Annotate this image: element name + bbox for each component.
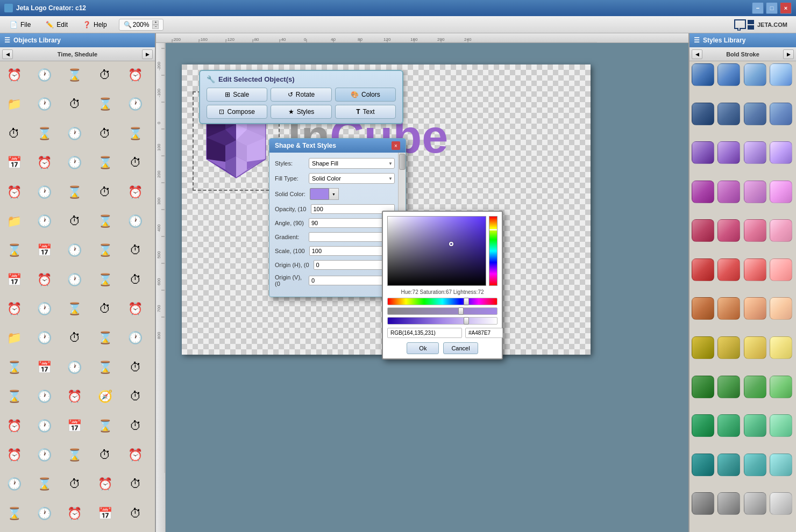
style-11[interactable] (744, 141, 766, 164)
icon-hourglass19[interactable]: ⌛ (2, 502, 26, 526)
style-39[interactable] (744, 414, 766, 437)
objects-nav-prev[interactable]: ◀ (2, 49, 13, 59)
style-30[interactable] (717, 336, 740, 359)
icon-hourglass2[interactable]: ⌛ (93, 92, 117, 116)
style-38[interactable] (717, 414, 740, 437)
icon-clock15[interactable]: ⏰ (32, 268, 56, 292)
style-14[interactable] (717, 181, 740, 203)
menu-help[interactable]: ❓ Help (75, 19, 115, 31)
icon-hourglass11[interactable]: ⌛ (63, 297, 87, 321)
icon-hourglass8[interactable]: ⌛ (2, 239, 26, 262)
style-2[interactable] (717, 63, 740, 86)
color-cancel-btn[interactable]: Cancel (443, 342, 478, 354)
icon-timer1[interactable]: ⏱ (93, 63, 117, 87)
icon-clock32[interactable]: 🕐 (32, 502, 56, 526)
menu-file[interactable]: 📄 File (2, 19, 38, 31)
style-4[interactable] (770, 63, 792, 86)
hex-input[interactable] (465, 328, 503, 338)
icon-clock25[interactable]: ⏰ (2, 414, 26, 438)
style-45[interactable] (692, 492, 714, 515)
icon-clock4[interactable]: 🕐 (32, 92, 56, 116)
icon-hourglass12[interactable]: ⌛ (93, 326, 117, 350)
icon-clock20[interactable]: 🕐 (32, 326, 56, 350)
styles-button[interactable]: ★ Styles (271, 105, 331, 119)
minimize-btn[interactable]: − (752, 2, 764, 14)
icon-folder2[interactable]: 📁 (2, 210, 26, 233)
icon-timer11[interactable]: ⏱ (63, 326, 87, 350)
style-10[interactable] (717, 141, 740, 164)
icon-clock21[interactable]: 🕐 (124, 326, 147, 350)
style-26[interactable] (717, 297, 740, 320)
style-23[interactable] (744, 258, 766, 281)
icon-clock24[interactable]: ⏰ (63, 385, 87, 408)
icon-hourglass14[interactable]: ⌛ (93, 356, 117, 379)
style-24[interactable] (770, 258, 792, 281)
icon-clock22[interactable]: 🕐 (63, 356, 87, 379)
icon-clock10[interactable]: 🕐 (32, 181, 56, 204)
color-swatch[interactable] (310, 188, 329, 200)
icon-clock16[interactable]: 🕐 (63, 268, 87, 292)
icon-clock30[interactable]: 🕐 (2, 472, 26, 496)
maximize-btn[interactable]: □ (766, 2, 778, 14)
icon-clock27[interactable]: ⏰ (2, 443, 26, 467)
style-48[interactable] (770, 492, 792, 515)
icon-hourglass9[interactable]: ⌛ (93, 239, 117, 262)
icon-folder[interactable]: 📁 (2, 92, 26, 116)
style-16[interactable] (770, 181, 792, 203)
style-40[interactable] (770, 414, 792, 437)
text-button[interactable]: T Text (335, 105, 396, 119)
style-19[interactable] (744, 219, 766, 242)
styles-nav-next[interactable]: ▶ (783, 49, 794, 59)
style-22[interactable] (717, 258, 740, 281)
style-13[interactable] (692, 181, 714, 203)
style-46[interactable] (717, 492, 740, 515)
icon-timer2[interactable]: ⏱ (63, 92, 87, 116)
icon-folder3[interactable]: 📁 (2, 326, 26, 350)
icon-timer17[interactable]: ⏱ (124, 472, 147, 496)
icon-hourglass10[interactable]: ⌛ (93, 268, 117, 292)
icon-timer10[interactable]: ⏱ (93, 297, 117, 321)
icon-clock19[interactable]: ⏰ (124, 297, 147, 321)
style-9[interactable] (692, 141, 714, 164)
icon-timer5[interactable]: ⏱ (124, 151, 147, 175)
style-47[interactable] (744, 492, 766, 515)
fill-type-select[interactable]: Solid Color (309, 173, 395, 184)
icon-clock13[interactable]: 🕐 (124, 210, 147, 233)
icon-calendar2[interactable]: 📅 (32, 239, 56, 262)
style-21[interactable] (692, 258, 714, 281)
lightness-slider-track[interactable] (387, 317, 497, 325)
style-20[interactable] (770, 219, 792, 242)
icon-timer9[interactable]: ⏱ (124, 268, 147, 292)
saturation-slider-track[interactable] (387, 307, 497, 315)
icon-clock23[interactable]: 🕐 (32, 385, 56, 408)
menu-edit[interactable]: ✏️ Edit (38, 19, 75, 31)
style-25[interactable] (692, 297, 714, 320)
icon-clock31[interactable]: ⏰ (93, 472, 117, 496)
zoom-down-btn[interactable]: − (152, 25, 159, 29)
icon-clock26[interactable]: 🕐 (32, 414, 56, 438)
colors-button[interactable]: 🎨 Colors (335, 88, 396, 102)
style-35[interactable] (744, 376, 766, 398)
icon-timer14[interactable]: ⏱ (124, 414, 147, 438)
style-34[interactable] (717, 376, 740, 398)
icon-clock14[interactable]: 🕐 (63, 239, 87, 262)
style-37[interactable] (692, 414, 714, 437)
style-42[interactable] (717, 454, 740, 476)
icon-clock28[interactable]: 🕐 (32, 443, 56, 467)
rgb-input[interactable] (387, 328, 462, 338)
color-spectrum-main[interactable] (387, 216, 486, 286)
icon-calendar6[interactable]: 📅 (93, 502, 117, 526)
icon-clock29[interactable]: ⏰ (124, 443, 147, 467)
icon-clock7[interactable]: ⏰ (32, 151, 56, 175)
close-btn[interactable]: × (780, 2, 792, 14)
style-18[interactable] (717, 219, 740, 242)
icon-hourglass16[interactable]: ⌛ (93, 414, 117, 438)
icon-hourglass3[interactable]: ⌛ (32, 122, 56, 146)
icon-clock11[interactable]: ⏰ (124, 181, 147, 204)
compose-button[interactable]: ⊡ Compose (207, 105, 267, 119)
icon-clock1[interactable]: ⏰ (2, 63, 26, 87)
style-5[interactable] (692, 103, 714, 125)
icon-timer12[interactable]: ⏱ (124, 356, 147, 379)
icon-timer15[interactable]: ⏱ (93, 443, 117, 467)
icon-clock17[interactable]: ⏰ (2, 297, 26, 321)
